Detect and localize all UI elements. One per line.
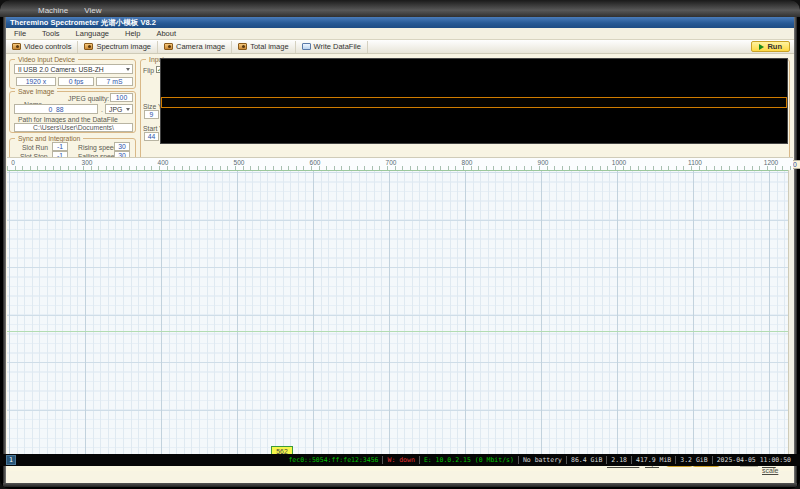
wavelength-ruler: 0 300 400 500 600 700 800 900 1000 1100 … bbox=[7, 157, 793, 170]
latency-field: 7 mS bbox=[96, 77, 133, 86]
start-y-field[interactable]: 44 bbox=[144, 132, 159, 141]
camera-image-button[interactable]: Camera image bbox=[158, 41, 232, 53]
ruler-tick: 600 bbox=[310, 159, 321, 166]
app-titlebar: Theremino Spectrometer 光谱小模板 V8.2 bbox=[6, 17, 794, 28]
disk-segment: 86.4 GiB bbox=[566, 456, 606, 464]
ruler-tick: 500 bbox=[234, 159, 245, 166]
ruler-tick: 900 bbox=[538, 159, 549, 166]
battery-segment: No battery bbox=[518, 456, 566, 464]
path-field[interactable]: C:\Users\User\Documents\ bbox=[14, 123, 133, 132]
app-title: Theremino Spectrometer 光谱小模板 V8.2 bbox=[10, 18, 156, 28]
ruler-tick: 1200 bbox=[764, 159, 778, 166]
image-name-field[interactable]: 0_88 bbox=[14, 104, 98, 114]
window-frame-right bbox=[794, 17, 797, 483]
chart-scrollbar[interactable] bbox=[788, 170, 794, 456]
datafile-icon bbox=[302, 43, 311, 50]
rising-speed-field[interactable]: 30 bbox=[114, 142, 130, 151]
video-input-group: Video Input Device Il USB 2.0 Camera: US… bbox=[9, 59, 136, 89]
chevron-down-icon bbox=[126, 68, 130, 71]
slot-run-field[interactable]: -1 bbox=[52, 142, 68, 151]
size-y-field[interactable]: 9 bbox=[144, 110, 159, 119]
rising-speed-label: Rising speed bbox=[78, 144, 117, 151]
qemu-menubar: Machine View bbox=[0, 0, 800, 17]
chevron-down-icon bbox=[126, 108, 130, 111]
toolbar: Video controls Spectrum image Camera ima… bbox=[6, 40, 794, 54]
video-controls-button[interactable]: Video controls bbox=[6, 41, 78, 53]
resolution-field[interactable]: 1920 x bbox=[16, 77, 56, 86]
ipv6-segment: fec0::5054:ff:fe12:3456 bbox=[284, 456, 382, 464]
ethernet-segment: E: 10.0.2.15 (0 Mbit/s) bbox=[419, 456, 518, 464]
jpeg-quality-field[interactable]: 100 bbox=[110, 93, 133, 102]
save-image-title: Save Image bbox=[15, 88, 57, 96]
fps-field: 0 fps bbox=[58, 77, 94, 86]
i3status-text: fec0::5054:ff:fe12:3456 W: down E: 10.0.… bbox=[284, 456, 795, 464]
spectrum-image-button[interactable]: Spectrum image bbox=[78, 41, 158, 53]
load-segment: 2.18 bbox=[606, 456, 631, 464]
i3-statusbar: 1 fec0::5054:ff:fe12:3456 W: down E: 10.… bbox=[0, 454, 800, 466]
menu-tools[interactable]: Tools bbox=[34, 29, 68, 38]
app-menubar: File Tools Language Help About bbox=[6, 28, 794, 40]
reference-line bbox=[7, 331, 788, 332]
ruler-tick: 1000 bbox=[612, 159, 626, 166]
video-controls-icon bbox=[12, 43, 21, 50]
camera-icon bbox=[164, 43, 173, 50]
ruler-tick: 0 bbox=[11, 159, 15, 166]
sync-title: Sync and Integration bbox=[15, 135, 83, 143]
swap-segment: 3.2 GiB bbox=[675, 456, 711, 464]
camera-icon bbox=[84, 43, 93, 50]
save-image-group: Save Image Name JPEG quality: 100 0_88 .… bbox=[9, 91, 136, 133]
extension-select[interactable]: JPG bbox=[105, 104, 133, 114]
camera-preview[interactable] bbox=[160, 58, 788, 144]
clock-segment: 2025-04-05 11:00:50 bbox=[712, 456, 795, 464]
menu-language[interactable]: Language bbox=[68, 29, 117, 38]
wifi-segment: W: down bbox=[382, 456, 418, 464]
spectrum-chart[interactable]: 562 bbox=[7, 170, 788, 456]
camera-icon bbox=[238, 43, 247, 50]
video-input-title: Video Input Device bbox=[15, 56, 78, 64]
memory-segment: 417.9 MiB bbox=[631, 456, 675, 464]
menu-help[interactable]: Help bbox=[117, 29, 148, 38]
menu-file[interactable]: File bbox=[6, 29, 34, 38]
workspace-button[interactable]: 1 bbox=[6, 455, 16, 465]
ruler-tick: 400 bbox=[158, 159, 169, 166]
qemu-menu-machine[interactable]: Machine bbox=[38, 6, 68, 15]
camera-select[interactable]: Il USB 2.0 Camera: USB-ZH bbox=[14, 64, 133, 74]
dot-separator: . bbox=[101, 106, 103, 113]
play-icon bbox=[759, 44, 764, 50]
app-window: Theremino Spectrometer 光谱小模板 V8.2 File T… bbox=[6, 17, 794, 483]
total-image-button[interactable]: Total image bbox=[232, 41, 295, 53]
ruler-tick: 700 bbox=[386, 159, 397, 166]
flip-label: Flip bbox=[143, 67, 154, 74]
slot-run-label: Slot Run bbox=[22, 144, 48, 151]
path-label: Path for Images and the DataFile bbox=[18, 116, 118, 123]
menu-about[interactable]: About bbox=[148, 29, 184, 38]
ruler-tick: 800 bbox=[462, 159, 473, 166]
window-frame-bottom bbox=[3, 483, 797, 487]
ruler-tick: 300 bbox=[82, 159, 93, 166]
jpeg-quality-label: JPEG quality: bbox=[68, 95, 109, 102]
screen: Machine View Theremino Spectrometer 光谱小模… bbox=[0, 0, 800, 489]
ruler-tick: 1100 bbox=[688, 159, 702, 166]
run-button[interactable]: Run bbox=[751, 41, 790, 52]
qemu-menu-view[interactable]: View bbox=[84, 6, 101, 15]
write-datafile-button[interactable]: Write DataFile bbox=[296, 41, 368, 53]
capture-band[interactable] bbox=[161, 97, 787, 108]
